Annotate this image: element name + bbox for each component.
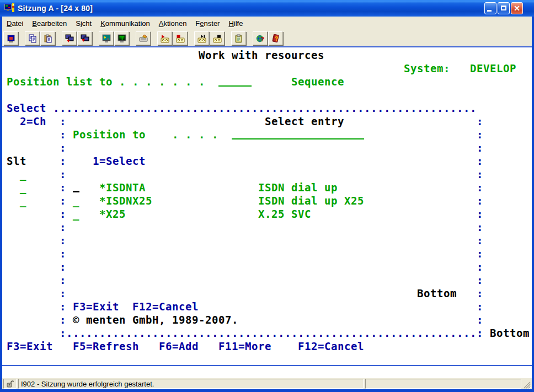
paste-button[interactable] [40,31,55,45]
resize-grip[interactable] [523,379,531,389]
terminal-text: : [60,234,66,246]
menu-item-aktionen[interactable]: Aktionen [154,18,191,29]
menu-item-hilfe[interactable]: Hilfe [224,18,247,29]
resize-grip-icon [523,381,531,389]
color-table-button[interactable] [114,31,129,45]
macro-record-icon [161,34,169,43]
terminal-text: _ [73,195,79,207]
web-help-icon: ? [256,34,265,43]
display-colors-button[interactable] [99,31,114,45]
web-help-button[interactable]: ? [253,31,268,45]
terminal-text: 2=Ch [20,115,46,127]
terminal-text: *X25 [99,208,126,220]
terminal-text: : [477,142,483,154]
minimize-button[interactable] [484,2,496,14]
macro-stop-button[interactable] [210,31,225,45]
terminal-text: *ISDNTA [99,181,146,194]
macro-play-button[interactable] [194,31,209,45]
terminal-text: 1=Select [93,155,146,167]
menu-item-fenster[interactable]: Fenster [191,18,224,29]
macro-record-stop-icon [176,34,185,43]
copy-button[interactable] [25,31,40,45]
macro-record-button[interactable] [157,31,172,45]
terminal-text: Bottom [490,327,530,339]
terminal-text: : [60,327,66,339]
keyboard-map-button[interactable] [136,31,151,45]
terminal-text: F12=Cancel [298,340,364,352]
terminal-screen[interactable]: Work with resourcesSystem:DEVELOPPositio… [2,46,532,366]
paste-icon [44,34,52,43]
terminal-text: Select [7,102,46,114]
window-title: Sitzung A - [24 x 80] [18,4,484,13]
session-button[interactable] [3,31,18,45]
menu-item-sicht[interactable]: Sicht [71,18,96,29]
terminal-text: : [60,300,66,313]
terminal-text: : [477,128,483,141]
terminal-text: : [60,261,66,273]
terminal-text: _ [20,168,26,180]
help-icon: ? [271,34,280,43]
terminal-text: ISDN dial up [258,181,338,194]
menu-item-datei[interactable]: Datei [2,18,28,29]
terminal-text: ........................................… [53,102,477,114]
display-colors-icon [102,34,111,43]
terminal-text: : [60,155,66,167]
terminal-text: F5=Refresh [73,340,139,352]
menu-item-kommunikation[interactable]: Kommunikation [96,18,154,29]
send-screen-icon [65,34,74,43]
terminal-text: System: [404,62,450,74]
terminal-text: : [477,115,483,127]
terminal-text: F6=Add [159,340,199,352]
terminal-text: : [477,221,483,233]
close-icon: ✕ [514,4,520,13]
terminal-text: Position list to . . . . . . . [7,76,205,88]
macro-record-stop-button[interactable] [173,31,188,45]
terminal-text: ISDN dial up X25 [258,195,364,207]
app-icon [4,3,15,13]
receive-screen-button[interactable] [77,31,92,45]
terminal-text: : [477,181,483,194]
send-screen-button[interactable] [62,31,77,45]
terminal-text: _ [20,195,26,207]
status-message: I902 - Sitzung wurde erfolgreich gestart… [21,380,154,388]
terminal-text: : [477,168,483,180]
maximize-icon [501,6,506,10]
terminal-text: *ISDNX25 [99,195,152,207]
status-bar: I902 - Sitzung wurde erfolgreich gestart… [2,378,532,389]
terminal-text: Sequence [291,76,344,88]
terminal-text: _ [73,208,79,220]
terminal-cursor[interactable] [73,191,79,192]
terminal-text: : [60,314,66,326]
terminal-text: F11=More [218,340,271,352]
terminal-text: Bottom [417,287,457,299]
terminal-text: : [477,195,483,207]
terminal-text: ........................................… [66,327,477,339]
terminal-text: : [477,248,483,260]
clipboard-button[interactable] [231,31,246,45]
terminal-text: F12=Cancel [132,300,199,313]
terminal-text: _ [20,181,26,194]
menu-item-bearbeiten[interactable]: Bearbeiten [28,18,71,29]
unlocked-padlock-icon [6,380,14,388]
terminal-text: : [60,287,66,299]
terminal-text: : [60,208,66,220]
close-button[interactable]: ✕ [511,2,523,14]
session-window: Sitzung A - [24 x 80] ✕ DateiBearbeitenS… [0,0,534,392]
terminal-input-field[interactable] [218,76,252,87]
session-icon [7,34,15,43]
client-filler [2,366,532,378]
terminal-text: : [477,274,483,286]
receive-screen-icon [81,34,89,43]
terminal-text: : [477,314,483,326]
toolbar: ?? [2,30,532,46]
help-button[interactable]: ? [268,31,283,45]
maximize-button[interactable] [498,2,510,14]
terminal-text: : [60,142,66,154]
status-extra-pane [365,379,521,389]
terminal-text: : [60,195,66,207]
svg-text:?: ? [275,36,278,42]
title-bar[interactable]: Sitzung A - [24 x 80] ✕ [0,0,534,17]
terminal-input-field[interactable] [232,128,364,139]
status-message-pane: I902 - Sitzung wurde erfolgreich gestart… [18,379,364,389]
macro-stop-icon [213,34,222,43]
